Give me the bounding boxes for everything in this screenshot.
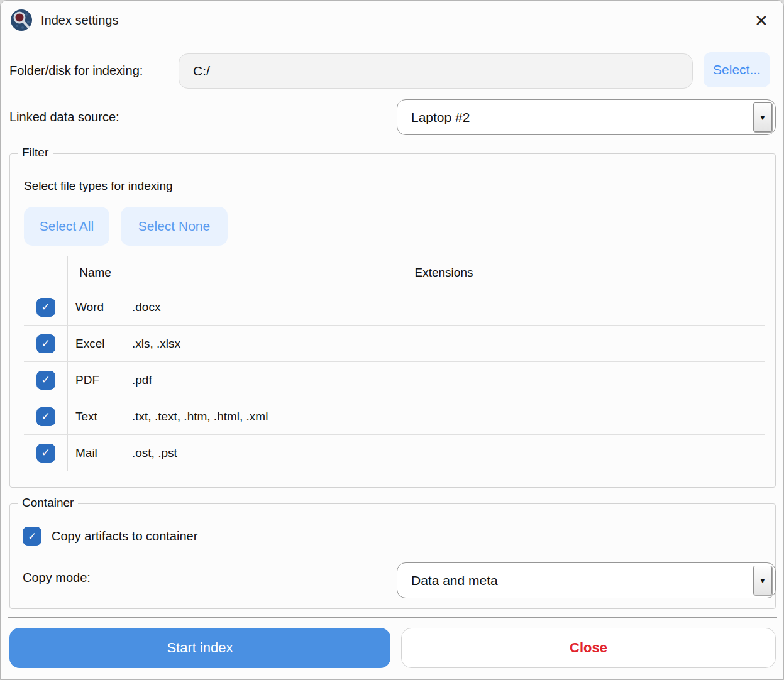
- checkbox-cell: ✓: [24, 435, 67, 471]
- folder-label: Folder/disk for indexing:: [9, 63, 143, 78]
- container-legend: Container: [18, 496, 78, 510]
- file-types-table: Name Extensions ✓ Word .docx ✓ Excel .xl…: [24, 256, 765, 471]
- excel-checkbox[interactable]: ✓: [36, 334, 55, 353]
- footer-separator: [8, 617, 777, 618]
- pdf-checkbox[interactable]: ✓: [36, 371, 55, 390]
- select-none-label: Select None: [138, 219, 210, 234]
- data-source-label: Linked data source:: [9, 110, 119, 124]
- data-source-dropdown[interactable]: Laptop #2 ▼: [397, 99, 776, 135]
- copy-artifacts-label: Copy artifacts to container: [52, 529, 197, 544]
- row-name: PDF: [67, 362, 123, 398]
- row-extensions: .xls, .xlsx: [123, 326, 765, 361]
- table-row-mail: ✓ Mail .ost, .pst: [24, 435, 765, 471]
- checkbox-cell: ✓: [24, 289, 67, 325]
- text-checkbox[interactable]: ✓: [36, 407, 55, 426]
- data-source-selected-value: Laptop #2: [397, 110, 751, 125]
- table-row-pdf: ✓ PDF .pdf: [24, 362, 765, 398]
- row-name: Excel: [67, 326, 123, 361]
- close-button-label: Close: [570, 640, 607, 656]
- table-header-row: Name Extensions: [24, 256, 765, 289]
- dropdown-arrow-icon[interactable]: ▼: [753, 102, 772, 132]
- select-all-label: Select All: [40, 219, 94, 234]
- row-extensions: .ost, .pst: [123, 435, 765, 471]
- word-checkbox[interactable]: ✓: [36, 298, 55, 317]
- close-icon: ✕: [754, 11, 768, 31]
- copy-mode-dropdown[interactable]: Data and meta ▼: [397, 562, 776, 598]
- extensions-header: Extensions: [123, 256, 765, 289]
- select-folder-button-label: Select...: [713, 62, 761, 77]
- row-name: Text: [67, 398, 123, 434]
- window-close-button[interactable]: ✕: [749, 9, 773, 33]
- copy-mode-label: Copy mode:: [23, 571, 91, 585]
- checkbox-header-cell: [24, 256, 67, 289]
- filter-groupbox: Filter Select file types for indexing Se…: [9, 153, 776, 488]
- filter-subtitle: Select file types for indexing: [24, 179, 173, 193]
- copy-artifacts-checkbox[interactable]: ✓: [23, 527, 41, 546]
- row-extensions: .docx: [123, 289, 765, 325]
- check-icon: ✓: [41, 302, 50, 312]
- name-header: Name: [67, 256, 123, 289]
- check-icon: ✓: [41, 375, 50, 385]
- arrow-glyph: ▼: [759, 114, 766, 121]
- copy-mode-selected-value: Data and meta: [397, 573, 751, 588]
- close-button[interactable]: Close: [401, 628, 776, 668]
- row-extensions: .pdf: [123, 362, 765, 398]
- check-icon: ✓: [41, 447, 50, 458]
- app-search-globe-icon: [9, 8, 33, 32]
- arrow-glyph: ▼: [759, 577, 766, 584]
- check-icon: ✓: [41, 338, 50, 349]
- index-settings-dialog: Index settings ✕ Folder/disk for indexin…: [0, 0, 784, 680]
- folder-path-value: C:/: [193, 63, 210, 79]
- title-bar: Index settings ✕: [1, 1, 783, 40]
- folder-path-input[interactable]: C:/: [179, 53, 693, 89]
- select-folder-button[interactable]: Select...: [704, 52, 770, 87]
- start-index-button[interactable]: Start index: [9, 628, 390, 668]
- table-row-text: ✓ Text .txt, .text, .htm, .html, .xml: [24, 398, 765, 435]
- mail-checkbox[interactable]: ✓: [36, 444, 55, 463]
- filter-legend: Filter: [18, 146, 53, 160]
- check-icon: ✓: [28, 531, 36, 542]
- check-icon: ✓: [41, 411, 50, 422]
- checkbox-cell: ✓: [24, 398, 67, 434]
- table-row-excel: ✓ Excel .xls, .xlsx: [24, 326, 765, 362]
- checkbox-cell: ✓: [24, 326, 67, 361]
- row-name: Mail: [67, 435, 123, 471]
- select-all-button[interactable]: Select All: [24, 207, 109, 246]
- row-extensions: .txt, .text, .htm, .html, .xml: [123, 398, 765, 434]
- dropdown-arrow-icon[interactable]: ▼: [753, 566, 772, 595]
- checkbox-cell: ✓: [24, 362, 67, 398]
- start-index-label: Start index: [167, 640, 233, 656]
- window-title: Index settings: [41, 13, 118, 28]
- copy-artifacts-row: ✓ Copy artifacts to container: [23, 527, 197, 546]
- select-none-button[interactable]: Select None: [121, 207, 228, 246]
- table-row-word: ✓ Word .docx: [24, 289, 765, 326]
- row-name: Word: [67, 289, 123, 325]
